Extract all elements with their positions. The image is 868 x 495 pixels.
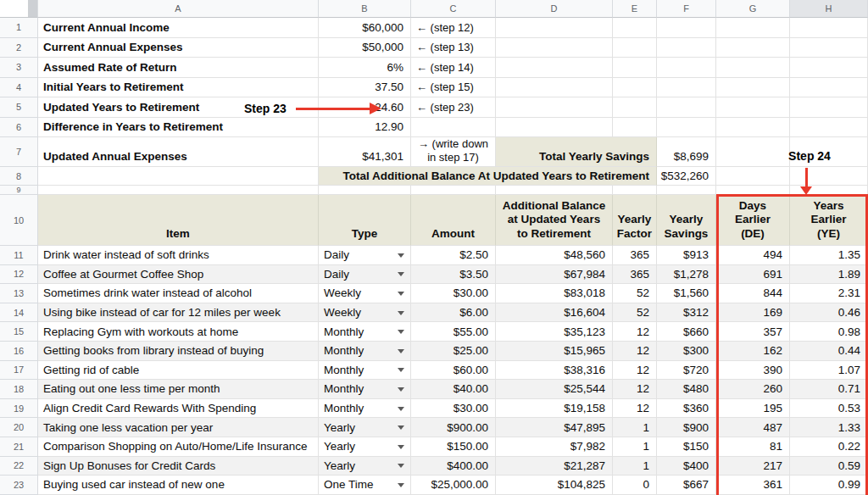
item-cell[interactable]: Using bike instead of car for 12 miles p… bbox=[38, 303, 319, 323]
summary-note-cell[interactable]: → (write down in step 17) bbox=[411, 137, 496, 167]
summary-value-cell[interactable]: $60,000 bbox=[319, 18, 411, 38]
total-yearly-savings-label-cell[interactable]: Total Yearly Savings bbox=[496, 137, 657, 167]
empty-cell[interactable] bbox=[716, 186, 790, 195]
yearly-factor-cell[interactable]: 365 bbox=[613, 246, 657, 265]
header-type[interactable]: Type bbox=[319, 195, 411, 246]
header-additional-balance[interactable]: Additional Balance at Updated Years to R… bbox=[496, 195, 613, 246]
yearly-savings-cell[interactable]: $312 bbox=[657, 303, 716, 323]
yearly-savings-cell[interactable]: $900 bbox=[657, 418, 716, 437]
empty-cell[interactable] bbox=[716, 58, 790, 78]
empty-cell[interactable] bbox=[496, 38, 613, 58]
empty-cell[interactable] bbox=[716, 18, 790, 38]
type-cell[interactable]: Monthly bbox=[319, 342, 411, 361]
yearly-factor-cell[interactable]: 1 bbox=[613, 437, 657, 457]
type-cell[interactable]: Weekly bbox=[319, 284, 411, 303]
column-header-d[interactable]: D bbox=[496, 0, 613, 18]
yearly-factor-cell[interactable]: 1 bbox=[613, 457, 657, 476]
summary-note-cell[interactable]: ← (step 23) bbox=[411, 97, 496, 118]
type-cell[interactable]: Monthly bbox=[319, 322, 411, 342]
empty-cell[interactable] bbox=[613, 118, 657, 138]
amount-cell[interactable]: $400.00 bbox=[411, 457, 496, 476]
empty-cell[interactable] bbox=[496, 118, 613, 138]
type-cell[interactable]: One Time bbox=[319, 476, 411, 495]
chevron-down-icon[interactable] bbox=[398, 464, 404, 468]
yearly-factor-cell[interactable]: 365 bbox=[613, 265, 657, 285]
header-days-earlier[interactable]: Days Earlier (DE) bbox=[716, 195, 790, 246]
empty-cell[interactable] bbox=[716, 97, 790, 118]
row-number[interactable]: 18 bbox=[0, 380, 38, 399]
summary-note-cell[interactable]: ← (step 15) bbox=[411, 78, 496, 98]
type-cell[interactable]: Daily bbox=[319, 265, 411, 285]
header-item[interactable]: Item bbox=[38, 195, 319, 246]
empty-cell[interactable] bbox=[790, 38, 868, 58]
days-earlier-cell[interactable]: 169 bbox=[716, 303, 790, 323]
item-cell[interactable]: Getting books from library instead of bu… bbox=[38, 342, 319, 361]
row-number[interactable]: 6 bbox=[0, 118, 38, 138]
empty-cell[interactable] bbox=[496, 97, 613, 118]
years-earlier-cell[interactable]: 0.44 bbox=[790, 342, 868, 361]
empty-cell[interactable] bbox=[38, 167, 319, 186]
empty-cell[interactable] bbox=[716, 78, 790, 98]
days-earlier-cell[interactable]: 195 bbox=[716, 399, 790, 419]
years-earlier-cell[interactable]: 0.22 bbox=[790, 437, 868, 457]
years-earlier-cell[interactable]: 1.89 bbox=[790, 265, 868, 285]
chevron-down-icon[interactable] bbox=[398, 253, 404, 258]
yearly-factor-cell[interactable]: 12 bbox=[613, 322, 657, 342]
row-number[interactable]: 19 bbox=[0, 399, 38, 419]
empty-cell[interactable] bbox=[411, 186, 496, 195]
empty-cell[interactable] bbox=[657, 186, 716, 195]
yearly-factor-cell[interactable]: 52 bbox=[613, 303, 657, 323]
type-cell[interactable]: Daily bbox=[319, 246, 411, 265]
column-header-b[interactable]: B bbox=[319, 0, 411, 18]
empty-cell[interactable] bbox=[790, 58, 868, 78]
empty-cell[interactable] bbox=[496, 186, 613, 195]
total-yearly-savings-value-cell[interactable]: $8,699 bbox=[657, 137, 716, 167]
chevron-down-icon[interactable] bbox=[398, 272, 404, 276]
column-header-a[interactable]: A bbox=[38, 0, 319, 18]
column-header-g[interactable]: G bbox=[716, 0, 790, 18]
empty-cell[interactable] bbox=[613, 97, 657, 118]
summary-label-cell[interactable]: Assumed Rate of Return bbox=[38, 58, 319, 78]
summary-value-cell[interactable]: $41,301 bbox=[319, 137, 411, 167]
yearly-factor-cell[interactable]: 12 bbox=[613, 342, 657, 361]
days-earlier-cell[interactable]: 691 bbox=[716, 265, 790, 285]
empty-cell[interactable] bbox=[319, 186, 411, 195]
additional-balance-cell[interactable]: $19,158 bbox=[496, 399, 613, 419]
item-cell[interactable]: Drink water instead of soft drinks bbox=[38, 246, 319, 265]
amount-cell[interactable]: $25.00 bbox=[411, 342, 496, 361]
additional-balance-cell[interactable]: $15,965 bbox=[496, 342, 613, 361]
row-number[interactable]: 13 bbox=[0, 284, 38, 303]
type-cell[interactable]: Yearly bbox=[319, 418, 411, 437]
additional-balance-cell[interactable]: $47,895 bbox=[496, 418, 613, 437]
summary-note-cell[interactable]: ← (step 12) bbox=[411, 18, 496, 38]
header-amount[interactable]: Amount bbox=[411, 195, 496, 246]
empty-cell[interactable] bbox=[496, 18, 613, 38]
row-number[interactable]: 7 bbox=[0, 137, 38, 167]
empty-cell[interactable] bbox=[790, 18, 868, 38]
summary-note-cell[interactable] bbox=[411, 118, 496, 138]
amount-cell[interactable]: $60.00 bbox=[411, 361, 496, 381]
days-earlier-cell[interactable]: 494 bbox=[716, 246, 790, 265]
empty-cell[interactable] bbox=[790, 167, 868, 186]
column-header-h[interactable]: H bbox=[790, 0, 868, 18]
row-number[interactable]: 11 bbox=[0, 246, 38, 265]
empty-cell[interactable] bbox=[657, 38, 716, 58]
row-number[interactable]: 9 bbox=[0, 186, 38, 195]
item-cell[interactable]: Sometimes drink water instead of alcohol bbox=[38, 284, 319, 303]
total-additional-balance-value-cell[interactable]: $532,260 bbox=[657, 167, 716, 186]
empty-cell[interactable] bbox=[613, 58, 657, 78]
row-number[interactable]: 15 bbox=[0, 322, 38, 342]
yearly-factor-cell[interactable]: 12 bbox=[613, 399, 657, 419]
chevron-down-icon[interactable] bbox=[398, 330, 404, 334]
row-number[interactable]: 22 bbox=[0, 457, 38, 476]
header-yearly-factor[interactable]: Yearly Factor bbox=[613, 195, 657, 246]
summary-note-cell[interactable]: ← (step 13) bbox=[411, 38, 496, 58]
yearly-factor-cell[interactable]: 0 bbox=[613, 476, 657, 495]
empty-cell[interactable] bbox=[716, 118, 790, 138]
yearly-savings-cell[interactable]: $300 bbox=[657, 342, 716, 361]
additional-balance-cell[interactable]: $104,825 bbox=[496, 476, 613, 495]
item-cell[interactable]: Sign Up Bonuses for Credit Cards bbox=[38, 457, 319, 476]
yearly-factor-cell[interactable]: 1 bbox=[613, 418, 657, 437]
row-number[interactable]: 5 bbox=[0, 97, 38, 118]
chevron-down-icon[interactable] bbox=[398, 483, 404, 487]
